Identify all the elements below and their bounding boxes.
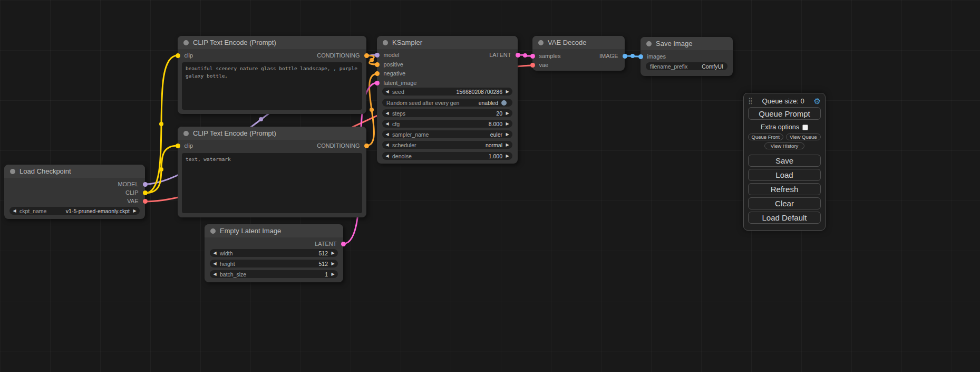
decrement-arrow-icon[interactable]: ◀	[382, 141, 392, 149]
negative-prompt-textarea[interactable]: text, watermark	[182, 153, 362, 213]
model-input-dot[interactable]	[375, 53, 380, 58]
node-clip-text-encode-positive[interactable]: CLIP Text Encode (Prompt) clip CONDITION…	[178, 36, 366, 114]
node-status-dot	[210, 228, 216, 234]
input-slot-clip: clip	[178, 142, 197, 149]
load-button[interactable]: Load	[748, 169, 821, 181]
node-title-bar[interactable]: Load Checkpoint	[4, 165, 145, 178]
increment-arrow-icon[interactable]: ▶	[502, 130, 512, 138]
node-status-dot	[383, 40, 388, 45]
width-widget[interactable]: ◀ width 512 ▶	[210, 249, 338, 257]
decrement-arrow-icon[interactable]: ◀	[382, 88, 392, 96]
node-title-bar[interactable]: KSampler	[377, 36, 518, 49]
increment-arrow-icon[interactable]: ▶	[502, 120, 512, 128]
view-history-button[interactable]: View History	[764, 142, 804, 149]
save-button[interactable]: Save	[748, 155, 821, 167]
queue-front-button[interactable]: Queue Front	[748, 133, 783, 140]
vae-output-dot[interactable]	[143, 199, 148, 204]
clip-input-dot[interactable]	[176, 144, 180, 148]
decrement-arrow-icon[interactable]: ◀	[382, 109, 392, 117]
negative-input-dot[interactable]	[375, 71, 380, 76]
increment-arrow-icon[interactable]: ▶	[328, 249, 338, 257]
decrement-arrow-icon[interactable]: ◀	[9, 207, 20, 215]
clear-button[interactable]: Clear	[748, 197, 821, 209]
widget-value: 1.000	[489, 153, 502, 159]
latent-image-input-dot[interactable]	[375, 81, 380, 85]
queue-buttons-row: Queue Front View Queue	[748, 133, 821, 140]
cfg-widget[interactable]: ◀ cfg 8.000 ▶	[382, 120, 512, 128]
load-default-button[interactable]: Load Default	[748, 212, 821, 224]
increment-arrow-icon[interactable]: ▶	[328, 270, 338, 278]
decrement-arrow-icon[interactable]: ◀	[210, 249, 220, 257]
output-slot-image: IMAGE	[595, 52, 625, 60]
extra-options-checkbox[interactable]	[802, 125, 808, 130]
node-save-image[interactable]: Save Image images filename_prefix ComfyU…	[641, 37, 733, 76]
increment-arrow-icon[interactable]: ▶	[328, 260, 338, 268]
clip-output-dot[interactable]	[143, 190, 148, 195]
widget-label: height	[220, 261, 235, 267]
node-empty-latent-image[interactable]: Empty Latent Image LATENT ◀ width 512 ▶ …	[205, 224, 343, 282]
node-status-dot	[183, 40, 189, 45]
node-title-bar[interactable]: Save Image	[641, 37, 733, 50]
node-ksampler[interactable]: KSampler model positive negative latent_…	[377, 36, 518, 164]
increment-arrow-icon[interactable]: ▶	[502, 109, 512, 117]
vae-input-dot[interactable]	[530, 63, 535, 68]
settings-gear-icon[interactable]: ⚙	[814, 97, 821, 105]
images-input-dot[interactable]	[638, 54, 643, 59]
widget-label: sampler_name	[392, 131, 429, 138]
widget-value: enabled	[479, 100, 498, 106]
increment-arrow-icon[interactable]: ▶	[130, 207, 140, 215]
output-slot-latent: LATENT	[311, 240, 343, 247]
node-title-bar[interactable]: VAE Decode	[532, 36, 625, 49]
widget-value: 512	[318, 250, 328, 256]
refresh-button[interactable]: Refresh	[748, 183, 821, 195]
decrement-arrow-icon[interactable]: ◀	[382, 130, 392, 138]
increment-arrow-icon[interactable]: ▶	[502, 88, 512, 96]
node-title-bar[interactable]: Empty Latent Image	[205, 224, 343, 237]
input-slot-positive: positive	[377, 61, 407, 68]
decrement-arrow-icon[interactable]: ◀	[382, 120, 392, 128]
increment-arrow-icon[interactable]: ▶	[502, 152, 512, 160]
filename-prefix-widget[interactable]: filename_prefix ComfyUI	[646, 62, 727, 70]
seed-widget[interactable]: ◀ seed 156680208700286 ▶	[382, 88, 512, 96]
conditioning-output-dot[interactable]	[364, 144, 369, 148]
node-vae-decode[interactable]: VAE Decode samples vae IMAGE	[532, 36, 625, 71]
steps-widget[interactable]: ◀ steps 20 ▶	[382, 109, 512, 117]
widget-value: 20	[496, 110, 502, 117]
node-title-bar[interactable]: CLIP Text Encode (Prompt)	[178, 36, 366, 49]
decrement-arrow-icon[interactable]: ◀	[382, 152, 392, 160]
model-output-dot[interactable]	[143, 182, 148, 187]
height-widget[interactable]: ◀ height 512 ▶	[210, 260, 338, 268]
random-seed-toggle[interactable]: Random seed after every gen enabled	[382, 99, 512, 107]
drag-handle-icon[interactable]: ⣿	[748, 98, 753, 104]
latent-output-dot[interactable]	[341, 242, 346, 246]
latent-output-dot[interactable]	[516, 53, 520, 58]
samples-input-dot[interactable]	[530, 54, 535, 59]
clip-input-dot[interactable]	[176, 53, 180, 58]
output-slot-conditioning: CONDITIONING	[313, 52, 366, 59]
decrement-arrow-icon[interactable]: ◀	[210, 270, 220, 278]
node-load-checkpoint[interactable]: Load Checkpoint MODEL CLIP VAE ◀ ckpt_na…	[4, 165, 145, 219]
node-clip-text-encode-negative[interactable]: CLIP Text Encode (Prompt) clip CONDITION…	[178, 127, 366, 217]
widget-value: 512	[318, 261, 328, 267]
ckpt-name-widget[interactable]: ◀ ckpt_name v1-5-pruned-emaonly.ckpt ▶	[9, 207, 140, 215]
conditioning-output-dot[interactable]	[364, 53, 369, 58]
node-status-dot	[10, 169, 15, 174]
batch-size-widget[interactable]: ◀ batch_size 1 ▶	[210, 270, 338, 278]
scheduler-widget[interactable]: ◀ scheduler normal ▶	[382, 141, 512, 149]
widget-label: ckpt_name	[20, 208, 46, 214]
positive-input-dot[interactable]	[375, 62, 380, 67]
slot-label: images	[643, 53, 670, 60]
increment-arrow-icon[interactable]: ▶	[502, 141, 512, 149]
node-title-bar[interactable]: CLIP Text Encode (Prompt)	[178, 127, 366, 140]
decrement-arrow-icon[interactable]: ◀	[210, 260, 220, 268]
slot-label: CONDITIONING	[313, 52, 364, 59]
denoise-widget[interactable]: ◀ denoise 1.000 ▶	[382, 152, 512, 160]
widget-value: 8.000	[489, 121, 502, 127]
menu-header: ⣿ Queue size: 0 ⚙	[748, 96, 821, 106]
queue-prompt-button[interactable]: Queue Prompt	[748, 107, 821, 120]
positive-prompt-textarea[interactable]: beautiful scenery nature glass bottle la…	[182, 62, 362, 110]
view-queue-button[interactable]: View Queue	[786, 133, 821, 140]
image-output-dot[interactable]	[623, 54, 627, 59]
toggle-knob[interactable]	[501, 100, 507, 106]
sampler-name-widget[interactable]: ◀ sampler_name euler ▶	[382, 130, 512, 138]
